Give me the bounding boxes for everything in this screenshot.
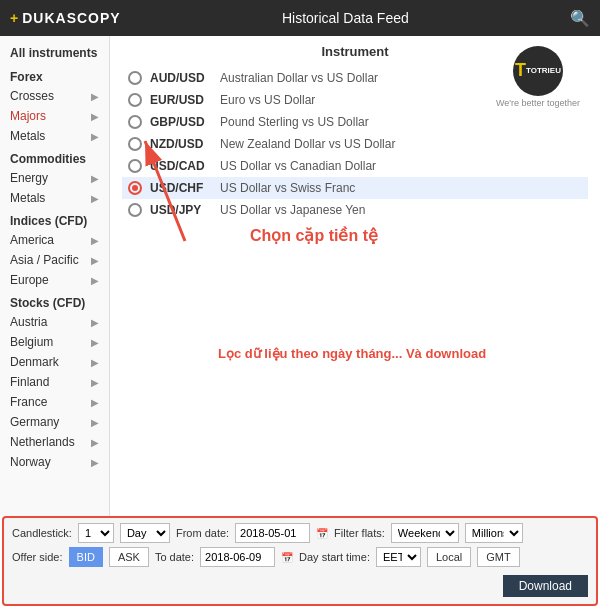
to-date-input[interactable] xyxy=(200,547,275,567)
main-area: All instruments Forex Crosses▶ Majors▶ M… xyxy=(0,36,600,516)
control-row-1: Candlestick: 1248 TickSecondMinuteHourDa… xyxy=(12,523,588,543)
radio-gbpusd[interactable] xyxy=(128,115,142,129)
from-date-label: From date: xyxy=(176,527,229,539)
from-date-calendar-icon[interactable]: 📅 xyxy=(316,528,328,539)
chevron-icon: ▶ xyxy=(91,111,99,122)
to-date-label: To date: xyxy=(155,551,194,563)
instrument-name: Euro vs US Dollar xyxy=(220,93,315,107)
candlestick-label: Candlestick: xyxy=(12,527,72,539)
sidebar-category-commodities: Commodities xyxy=(0,146,109,168)
to-date-calendar-icon[interactable]: 📅 xyxy=(281,552,293,563)
radio-nzdusd[interactable] xyxy=(128,137,142,151)
watermark-logo: T TOTRIEU xyxy=(513,46,563,96)
list-item[interactable]: USD/CAD US Dollar vs Canadian Dollar xyxy=(122,155,588,177)
sidebar-item-energy[interactable]: Energy▶ xyxy=(0,168,109,188)
chevron-icon: ▶ xyxy=(91,377,99,388)
sidebar-item-commodities-metals[interactable]: Metals▶ xyxy=(0,188,109,208)
sidebar-item-finland[interactable]: Finland▶ xyxy=(0,372,109,392)
local-button[interactable]: Local xyxy=(427,547,471,567)
logo-plus: + xyxy=(10,10,18,26)
chevron-icon: ▶ xyxy=(91,337,99,348)
sidebar-item-america[interactable]: America▶ xyxy=(0,230,109,250)
instrument-name: New Zealand Dollar vs US Dollar xyxy=(220,137,395,151)
radio-usdjpy[interactable] xyxy=(128,203,142,217)
chevron-icon: ▶ xyxy=(91,397,99,408)
download-button[interactable]: Download xyxy=(503,575,588,597)
control-bar: Candlestick: 1248 TickSecondMinuteHourDa… xyxy=(2,516,598,606)
chevron-icon: ▶ xyxy=(91,417,99,428)
annotation-text1: Chọn cặp tiền tệ xyxy=(250,226,378,245)
period-select[interactable]: TickSecondMinuteHourDayWeekMonth xyxy=(120,523,170,543)
list-item[interactable]: GBP/USD Pound Sterling vs US Dollar xyxy=(122,111,588,133)
chevron-icon: ▶ xyxy=(91,91,99,102)
watermark-subtitle: We're better together xyxy=(496,98,580,108)
sidebar-category-stocks: Stocks (CFD) xyxy=(0,290,109,312)
chevron-icon: ▶ xyxy=(91,173,99,184)
sidebar-category-forex: Forex xyxy=(0,64,109,86)
all-instruments-label: All instruments xyxy=(10,46,97,60)
list-item[interactable]: USD/JPY US Dollar vs Japanese Yen xyxy=(122,199,588,221)
chevron-icon: ▶ xyxy=(91,357,99,368)
sidebar-item-denmark[interactable]: Denmark▶ xyxy=(0,352,109,372)
instrument-name: Pound Sterling vs US Dollar xyxy=(220,115,369,129)
sidebar-item-asia-pacific[interactable]: Asia / Pacific▶ xyxy=(0,250,109,270)
candlestick-value-select[interactable]: 1248 xyxy=(78,523,114,543)
radio-audusd[interactable] xyxy=(128,71,142,85)
chevron-icon: ▶ xyxy=(91,317,99,328)
logo: + DUKASCOPY xyxy=(10,10,121,26)
control-row-2: Offer side: BID ASK To date: 📅 Day start… xyxy=(12,547,588,567)
ask-button[interactable]: ASK xyxy=(109,547,149,567)
chevron-icon: ▶ xyxy=(91,131,99,142)
from-date-input[interactable] xyxy=(235,523,310,543)
sidebar: All instruments Forex Crosses▶ Majors▶ M… xyxy=(0,36,110,516)
radio-usdchf[interactable] xyxy=(128,181,142,195)
sidebar-item-france[interactable]: France▶ xyxy=(0,392,109,412)
sidebar-item-netherlands[interactable]: Netherlands▶ xyxy=(0,432,109,452)
logo-text: DUKASCOPY xyxy=(22,10,120,26)
instrument-code: NZD/USD xyxy=(150,137,220,151)
radio-usdcad[interactable] xyxy=(128,159,142,173)
chevron-icon: ▶ xyxy=(91,193,99,204)
sidebar-category-indices: Indices (CFD) xyxy=(0,208,109,230)
instrument-code: USD/JPY xyxy=(150,203,220,217)
radio-eurusd[interactable] xyxy=(128,93,142,107)
chevron-icon: ▶ xyxy=(91,235,99,246)
chevron-icon: ▶ xyxy=(91,275,99,286)
chevron-icon: ▶ xyxy=(91,255,99,266)
search-icon[interactable]: 🔍 xyxy=(570,9,590,28)
sidebar-item-belgium[interactable]: Belgium▶ xyxy=(0,332,109,352)
sidebar-item-norway[interactable]: Norway▶ xyxy=(0,452,109,472)
page-title: Historical Data Feed xyxy=(282,10,409,26)
gmt-button[interactable]: GMT xyxy=(477,547,519,567)
list-item[interactable]: USD/CHF US Dollar vs Swiss Franc xyxy=(122,177,588,199)
annotation-text2: Lọc dữ liệu theo ngày tháng... Và downlo… xyxy=(218,346,486,361)
chevron-icon: ▶ xyxy=(91,437,99,448)
chevron-icon: ▶ xyxy=(91,457,99,468)
sidebar-item-forex-metals[interactable]: Metals▶ xyxy=(0,126,109,146)
sidebar-item-majors[interactable]: Majors▶ xyxy=(0,106,109,126)
millions-select[interactable]: UnitsThousandsMillionsBillions xyxy=(465,523,523,543)
download-row: Download xyxy=(12,573,588,597)
day-start-select[interactable]: EETUTCGMTEST xyxy=(376,547,421,567)
sidebar-item-austria[interactable]: Austria▶ xyxy=(0,312,109,332)
instrument-name: US Dollar vs Swiss Franc xyxy=(220,181,355,195)
app-header: + DUKASCOPY Historical Data Feed 🔍 xyxy=(0,0,600,36)
filter-flats-select[interactable]: NoneWeekendsWeekdays xyxy=(391,523,459,543)
watermark: T TOTRIEU We're better together xyxy=(496,46,580,108)
sidebar-all-instruments[interactable]: All instruments xyxy=(0,42,109,64)
list-item[interactable]: NZD/USD New Zealand Dollar vs US Dollar xyxy=(122,133,588,155)
sidebar-item-germany[interactable]: Germany▶ xyxy=(0,412,109,432)
sidebar-item-europe[interactable]: Europe▶ xyxy=(0,270,109,290)
instrument-code: AUD/USD xyxy=(150,71,220,85)
bid-button[interactable]: BID xyxy=(69,547,103,567)
offer-side-label: Offer side: xyxy=(12,551,63,563)
content-area: Instrument T TOTRIEU We're better togeth… xyxy=(110,36,600,516)
instrument-code: USD/CAD xyxy=(150,159,220,173)
instrument-code: EUR/USD xyxy=(150,93,220,107)
filter-flats-label: Filter flats: xyxy=(334,527,385,539)
sidebar-item-crosses[interactable]: Crosses▶ xyxy=(0,86,109,106)
instrument-code: USD/CHF xyxy=(150,181,220,195)
instrument-name: US Dollar vs Canadian Dollar xyxy=(220,159,376,173)
day-start-label: Day start time: xyxy=(299,551,370,563)
instrument-name: US Dollar vs Japanese Yen xyxy=(220,203,365,217)
